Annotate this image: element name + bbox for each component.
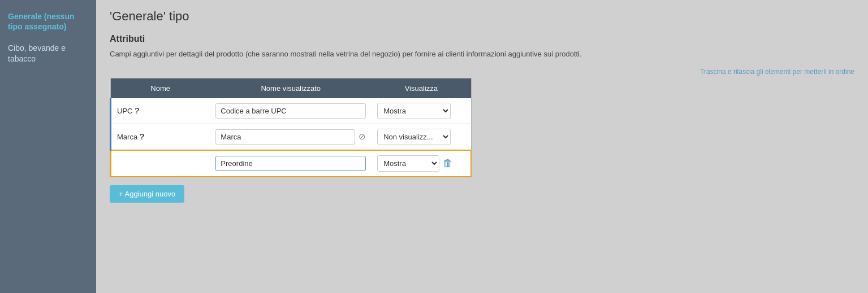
visibility-select-marca[interactable]: Mostra Non visualizz... bbox=[377, 129, 451, 145]
display-name-input-upc[interactable] bbox=[215, 103, 366, 119]
display-name-wrapper-marca: ⊘ bbox=[215, 129, 366, 145]
sidebar-item-cibo[interactable]: Cibo, bevande e tabacco bbox=[0, 37, 96, 69]
row-display-cell-marca: ⊘ bbox=[210, 124, 372, 150]
sidebar-item-generale-label: Generale (nessun tipo assegnato) bbox=[8, 12, 75, 31]
page-title: 'Generale' tipo bbox=[110, 9, 854, 24]
table-row: Marca ? ⊘ Mostra Non visualizz... bbox=[111, 124, 472, 150]
add-new-button[interactable]: + Aggiungi nuovo bbox=[110, 185, 184, 203]
visibility-select-upc[interactable]: Mostra Non visualizz... bbox=[377, 103, 451, 119]
display-name-input-preordine[interactable] bbox=[215, 156, 366, 171]
sidebar-item-generale[interactable]: Generale (nessun tipo assegnato) bbox=[0, 6, 96, 37]
attr-name-upc: UPC bbox=[117, 107, 132, 115]
info-icon-upc: ? bbox=[135, 106, 139, 115]
row-display-cell-upc bbox=[210, 98, 372, 124]
add-new-label: + Aggiungi nuovo bbox=[119, 190, 175, 198]
info-icon-marca: ? bbox=[140, 132, 144, 141]
attr-name-marca: Marca bbox=[117, 133, 137, 141]
main-content: 'Generale' tipo Attributi Campi aggiunti… bbox=[96, 0, 868, 293]
col-header-name: Nome bbox=[111, 78, 210, 98]
row-vis-cell-marca: Mostra Non visualizz... bbox=[372, 124, 471, 150]
eye-slash-icon[interactable]: ⊘ bbox=[359, 132, 366, 142]
sidebar: Generale (nessun tipo assegnato) Cibo, b… bbox=[0, 0, 96, 293]
attributes-table: Nome Nome visualizzato Visualizza UPC ? … bbox=[110, 78, 472, 177]
display-name-input-marca[interactable] bbox=[215, 129, 355, 145]
table-row: UPC ? Mostra Non visualizz... bbox=[111, 98, 472, 124]
row-name-cell bbox=[111, 150, 210, 177]
table-header-row: Nome Nome visualizzato Visualizza bbox=[111, 78, 472, 98]
visibility-select-preordine[interactable]: Mostra Non visualizz... bbox=[377, 155, 439, 172]
row-vis-cell-preordine: Mostra Non visualizz... 🗑 bbox=[372, 150, 471, 177]
table-row: Mostra Non visualizz... 🗑 bbox=[111, 150, 472, 177]
drag-hint: Trascina e rilascia gli elementi per met… bbox=[110, 68, 854, 76]
sidebar-item-cibo-label: Cibo, bevande e tabacco bbox=[8, 43, 66, 63]
section-description: Campi aggiuntivi per dettagli del prodot… bbox=[110, 49, 854, 60]
col-header-visibility: Visualizza bbox=[372, 78, 471, 98]
col-header-display-name: Nome visualizzato bbox=[210, 78, 372, 98]
row-name-cell: UPC ? bbox=[111, 98, 210, 124]
section-title: Attributi bbox=[110, 34, 854, 44]
row-name-cell: Marca ? bbox=[111, 124, 210, 150]
row-display-cell-preordine bbox=[210, 150, 372, 177]
delete-row-icon[interactable]: 🗑 bbox=[443, 158, 453, 169]
row-vis-cell-upc: Mostra Non visualizz... bbox=[372, 98, 471, 124]
